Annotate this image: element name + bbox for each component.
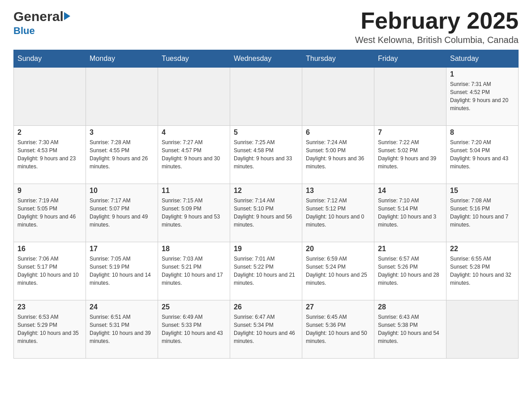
calendar-cell: 22Sunrise: 6:55 AMSunset: 5:28 PMDayligh… xyxy=(446,242,519,300)
calendar-week-row: 1Sunrise: 7:31 AMSunset: 4:52 PMDaylight… xyxy=(14,68,519,126)
calendar-cell: 10Sunrise: 7:17 AMSunset: 5:07 PMDayligh… xyxy=(86,184,158,242)
day-number: 17 xyxy=(90,245,154,253)
day-sun-info: Sunrise: 7:15 AMSunset: 5:09 PMDaylight:… xyxy=(162,197,226,229)
day-sun-info: Sunrise: 7:12 AMSunset: 5:12 PMDaylight:… xyxy=(306,197,370,229)
day-number: 26 xyxy=(234,303,298,311)
header-saturday: Saturday xyxy=(446,50,519,68)
day-sun-info: Sunrise: 7:30 AMSunset: 4:53 PMDaylight:… xyxy=(17,138,82,171)
day-number: 15 xyxy=(450,187,515,195)
day-number: 8 xyxy=(450,128,515,137)
calendar-cell: 4Sunrise: 7:27 AMSunset: 4:57 PMDaylight… xyxy=(158,126,230,184)
header-thursday: Thursday xyxy=(302,50,374,68)
day-number: 14 xyxy=(378,187,442,195)
calendar-cell: 1Sunrise: 7:31 AMSunset: 4:52 PMDaylight… xyxy=(446,68,519,126)
day-sun-info: Sunrise: 7:01 AMSunset: 5:22 PMDaylight:… xyxy=(234,255,298,287)
calendar-week-row: 16Sunrise: 7:06 AMSunset: 5:17 PMDayligh… xyxy=(14,242,519,300)
header-sunday: Sunday xyxy=(14,50,86,68)
header-monday: Monday xyxy=(86,50,158,68)
calendar-cell: 16Sunrise: 7:06 AMSunset: 5:17 PMDayligh… xyxy=(14,242,86,300)
day-sun-info: Sunrise: 6:53 AMSunset: 5:29 PMDaylight:… xyxy=(17,313,82,345)
day-sun-info: Sunrise: 7:19 AMSunset: 5:05 PMDaylight:… xyxy=(17,197,82,229)
calendar-cell: 5Sunrise: 7:25 AMSunset: 4:58 PMDaylight… xyxy=(230,126,302,184)
calendar-cell xyxy=(374,68,446,126)
calendar-cell: 27Sunrise: 6:45 AMSunset: 5:36 PMDayligh… xyxy=(302,300,374,359)
day-sun-info: Sunrise: 6:47 AMSunset: 5:34 PMDaylight:… xyxy=(234,313,298,345)
calendar-body: 1Sunrise: 7:31 AMSunset: 4:52 PMDaylight… xyxy=(14,68,519,359)
calendar-cell: 28Sunrise: 6:43 AMSunset: 5:38 PMDayligh… xyxy=(374,300,446,359)
day-sun-info: Sunrise: 6:59 AMSunset: 5:24 PMDaylight:… xyxy=(306,255,370,287)
day-number: 2 xyxy=(17,128,82,137)
calendar-table: Sunday Monday Tuesday Wednesday Thursday… xyxy=(13,50,519,359)
location-subtitle: West Kelowna, British Columbia, Canada xyxy=(355,35,519,45)
day-number: 18 xyxy=(162,245,226,253)
calendar-week-row: 23Sunrise: 6:53 AMSunset: 5:29 PMDayligh… xyxy=(14,300,519,359)
day-sun-info: Sunrise: 7:22 AMSunset: 5:02 PMDaylight:… xyxy=(378,138,442,171)
day-number: 24 xyxy=(90,303,154,311)
day-sun-info: Sunrise: 6:45 AMSunset: 5:36 PMDaylight:… xyxy=(306,313,370,345)
calendar-cell: 25Sunrise: 6:49 AMSunset: 5:33 PMDayligh… xyxy=(158,300,230,359)
calendar-cell xyxy=(446,300,519,359)
calendar-cell xyxy=(302,68,374,126)
calendar-cell: 19Sunrise: 7:01 AMSunset: 5:22 PMDayligh… xyxy=(230,242,302,300)
day-sun-info: Sunrise: 7:27 AMSunset: 4:57 PMDaylight:… xyxy=(162,138,226,171)
title-section: February 2025 West Kelowna, British Colu… xyxy=(355,9,519,45)
calendar-week-row: 2Sunrise: 7:30 AMSunset: 4:53 PMDaylight… xyxy=(14,126,519,184)
day-number: 23 xyxy=(17,303,82,311)
logo-general-text: General xyxy=(13,9,64,24)
header-friday: Friday xyxy=(374,50,446,68)
calendar-cell: 2Sunrise: 7:30 AMSunset: 4:53 PMDaylight… xyxy=(14,126,86,184)
calendar-cell: 26Sunrise: 6:47 AMSunset: 5:34 PMDayligh… xyxy=(230,300,302,359)
day-sun-info: Sunrise: 7:31 AMSunset: 4:52 PMDaylight:… xyxy=(450,80,515,112)
calendar-cell: 3Sunrise: 7:28 AMSunset: 4:55 PMDaylight… xyxy=(86,126,158,184)
day-number: 12 xyxy=(234,187,298,195)
calendar-cell xyxy=(158,68,230,126)
day-sun-info: Sunrise: 7:06 AMSunset: 5:17 PMDaylight:… xyxy=(17,255,82,287)
day-sun-info: Sunrise: 7:25 AMSunset: 4:58 PMDaylight:… xyxy=(234,138,298,171)
day-number: 27 xyxy=(306,303,370,311)
logo-triangle-icon xyxy=(64,12,70,20)
calendar-cell: 18Sunrise: 7:03 AMSunset: 5:21 PMDayligh… xyxy=(158,242,230,300)
calendar-cell: 14Sunrise: 7:10 AMSunset: 5:14 PMDayligh… xyxy=(374,184,446,242)
day-number: 28 xyxy=(378,303,442,311)
day-number: 13 xyxy=(306,187,370,195)
day-sun-info: Sunrise: 6:43 AMSunset: 5:38 PMDaylight:… xyxy=(378,313,442,345)
calendar-header: Sunday Monday Tuesday Wednesday Thursday… xyxy=(14,50,519,68)
day-sun-info: Sunrise: 6:51 AMSunset: 5:31 PMDaylight:… xyxy=(90,313,154,345)
day-sun-info: Sunrise: 6:49 AMSunset: 5:33 PMDaylight:… xyxy=(162,313,226,345)
page-header: General Blue February 2025 West Kelowna,… xyxy=(13,9,519,45)
day-sun-info: Sunrise: 7:17 AMSunset: 5:07 PMDaylight:… xyxy=(90,197,154,229)
day-number: 1 xyxy=(450,70,515,78)
calendar-cell: 9Sunrise: 7:19 AMSunset: 5:05 PMDaylight… xyxy=(14,184,86,242)
calendar-cell: 21Sunrise: 6:57 AMSunset: 5:26 PMDayligh… xyxy=(374,242,446,300)
day-number: 7 xyxy=(378,128,442,137)
month-title: February 2025 xyxy=(355,9,519,32)
day-sun-info: Sunrise: 6:55 AMSunset: 5:28 PMDaylight:… xyxy=(450,255,515,287)
calendar-cell xyxy=(230,68,302,126)
day-sun-info: Sunrise: 7:20 AMSunset: 5:04 PMDaylight:… xyxy=(450,138,515,171)
day-number: 9 xyxy=(17,187,82,195)
day-sun-info: Sunrise: 6:57 AMSunset: 5:26 PMDaylight:… xyxy=(378,255,442,287)
day-number: 4 xyxy=(162,128,226,137)
calendar-cell: 15Sunrise: 7:08 AMSunset: 5:16 PMDayligh… xyxy=(446,184,519,242)
calendar-cell: 23Sunrise: 6:53 AMSunset: 5:29 PMDayligh… xyxy=(14,300,86,359)
calendar-cell xyxy=(86,68,158,126)
days-of-week-row: Sunday Monday Tuesday Wednesday Thursday… xyxy=(14,50,519,68)
calendar-cell: 13Sunrise: 7:12 AMSunset: 5:12 PMDayligh… xyxy=(302,184,374,242)
calendar-cell: 7Sunrise: 7:22 AMSunset: 5:02 PMDaylight… xyxy=(374,126,446,184)
day-sun-info: Sunrise: 7:14 AMSunset: 5:10 PMDaylight:… xyxy=(234,197,298,229)
calendar-cell: 6Sunrise: 7:24 AMSunset: 5:00 PMDaylight… xyxy=(302,126,374,184)
logo-blue-text: Blue xyxy=(13,25,35,37)
calendar-cell: 24Sunrise: 6:51 AMSunset: 5:31 PMDayligh… xyxy=(86,300,158,359)
calendar-cell: 20Sunrise: 6:59 AMSunset: 5:24 PMDayligh… xyxy=(302,242,374,300)
day-number: 22 xyxy=(450,245,515,253)
day-number: 20 xyxy=(306,245,370,253)
calendar-cell: 17Sunrise: 7:05 AMSunset: 5:19 PMDayligh… xyxy=(86,242,158,300)
day-sun-info: Sunrise: 7:24 AMSunset: 5:00 PMDaylight:… xyxy=(306,138,370,171)
header-wednesday: Wednesday xyxy=(230,50,302,68)
day-number: 11 xyxy=(162,187,226,195)
calendar-cell xyxy=(14,68,86,126)
calendar-cell: 8Sunrise: 7:20 AMSunset: 5:04 PMDaylight… xyxy=(446,126,519,184)
day-number: 10 xyxy=(90,187,154,195)
day-number: 21 xyxy=(378,245,442,253)
calendar-week-row: 9Sunrise: 7:19 AMSunset: 5:05 PMDaylight… xyxy=(14,184,519,242)
